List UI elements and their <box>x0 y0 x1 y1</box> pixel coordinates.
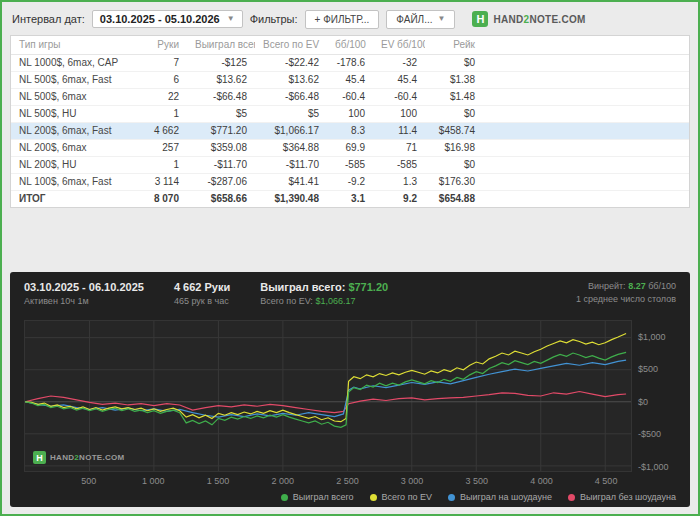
table-row[interactable]: NL 200$, 6max, Fast4 662$771.20$1,066.17… <box>11 123 689 140</box>
column-header[interactable]: Выиграл всего <box>187 36 255 55</box>
interval-label: Интервал дат: <box>12 13 85 25</box>
chart-winrate-block: Винрейт: 8.27 бб/100 1 среднее число сто… <box>576 281 676 306</box>
table-row[interactable]: NL 100$, 6max, Fast3 114-$287.06$41.41-9… <box>11 174 689 191</box>
chart-canvas[interactable]: H HAND2NOTE.COM <box>24 320 632 472</box>
cell-ev: $1,390.48 <box>255 191 327 208</box>
brand-text-post: NOTE.COM <box>529 14 585 25</box>
legend-label: Выиграл без шоудауна <box>580 492 676 502</box>
watermark-pre: HAND <box>50 453 74 462</box>
x-tick-label: 2 000 <box>271 476 294 486</box>
legend-label: Выиграл всего <box>293 492 354 502</box>
cell-game: ИТОГ <box>11 191 139 208</box>
results-table-card: Тип игрыРукиВыиграл всегоВсего по EVбб/1… <box>10 35 690 208</box>
cell-won: $359.08 <box>187 140 255 157</box>
cell-won: -$11.70 <box>187 157 255 174</box>
column-header[interactable]: бб/100 <box>327 36 373 55</box>
cell-filler <box>483 174 689 191</box>
x-tick-label: 4 500 <box>595 476 618 486</box>
cell-rake: $0 <box>425 55 483 72</box>
hand2note-logo-icon: H <box>472 11 488 27</box>
column-header[interactable]: EV бб/100 <box>373 36 425 55</box>
cell-bb: 8.3 <box>327 123 373 140</box>
watermark-text: HAND2NOTE.COM <box>50 453 125 462</box>
cell-rake: $16.98 <box>425 140 483 157</box>
cell-hands: 4 662 <box>139 123 187 140</box>
cell-game: NL 500$, 6max, Fast <box>11 72 139 89</box>
cell-bb: -60.4 <box>327 89 373 106</box>
legend-item[interactable]: Всего по EV <box>370 492 432 502</box>
chevron-down-icon: ▼ <box>437 15 445 23</box>
cell-filler <box>483 55 689 72</box>
brand-logo[interactable]: H HAND2NOTE.COM <box>472 11 585 27</box>
cell-ev: -$22.42 <box>255 55 327 72</box>
filters-label: Фильтры: <box>250 13 298 25</box>
cell-filler <box>483 191 689 208</box>
legend-dot-icon <box>281 494 288 501</box>
x-tick-label: 1 000 <box>142 476 165 486</box>
cell-bb: 45.4 <box>327 72 373 89</box>
column-header[interactable]: Руки <box>139 36 187 55</box>
add-filter-button[interactable]: + ФИЛЬТР... <box>305 10 380 29</box>
column-header[interactable]: Рейк <box>425 36 483 55</box>
legend-item[interactable]: Выиграл без шоудауна <box>568 492 676 502</box>
winrate-value: 8.27 <box>628 281 646 291</box>
x-tick-label: 1 500 <box>207 476 230 486</box>
x-axis-labels: 5001 0001 5002 0002 5003 0003 5004 0004 … <box>24 476 632 488</box>
cell-won: $5 <box>187 106 255 123</box>
table-row[interactable]: NL 500$, HU1$5$5100100$0 <box>11 106 689 123</box>
legend-dot-icon <box>448 494 455 501</box>
table-row[interactable]: NL 1000$, 6max, CAP7-$125-$22.42-178.6-3… <box>11 55 689 72</box>
column-header[interactable]: Тип игры <box>11 36 139 55</box>
y-tick-label: -$1,000 <box>638 462 669 472</box>
hand2note-logo-icon: H <box>33 451 46 464</box>
cell-ev: -$66.48 <box>255 89 327 106</box>
date-range-value: 03.10.2025 - 05.10.2026 <box>100 13 220 25</box>
cell-filler <box>483 106 689 123</box>
table-row[interactable]: NL 200$, HU1-$11.70-$11.70-585-585$0 <box>11 157 689 174</box>
cell-hands: 3 114 <box>139 174 187 191</box>
cell-won: -$125 <box>187 55 255 72</box>
chevron-down-icon: ▼ <box>227 15 235 23</box>
cell-filler <box>483 123 689 140</box>
cell-evbb: -60.4 <box>373 89 425 106</box>
chart-date-block: 03.10.2025 - 06.10.2025 Активен 10ч 1м <box>24 281 144 306</box>
cell-won: $771.20 <box>187 123 255 140</box>
results-table: Тип игрыРукиВыиграл всегоВсего по EVбб/1… <box>11 36 689 207</box>
ev-total-value: $1,066.17 <box>315 296 355 306</box>
chart-legend: Выиграл всегоВсего по EVВыиграл на шоуда… <box>281 492 676 502</box>
cell-game: NL 500$, HU <box>11 106 139 123</box>
y-tick-label: $1,000 <box>638 332 666 342</box>
file-button-label: ФАЙЛ... <box>396 14 432 25</box>
table-row[interactable]: NL 500$, 6max22-$66.48-$66.48-60.4-60.4$… <box>11 89 689 106</box>
chart-active-time: Активен 10ч 1м <box>24 296 144 306</box>
table-row[interactable]: NL 200$, 6max257$359.08$364.8869.971$16.… <box>11 140 689 157</box>
chart-hands-block: 4 662 Руки 465 рук в час <box>174 281 230 306</box>
cell-won: $658.66 <box>187 191 255 208</box>
brand-text: HAND2NOTE.COM <box>493 14 585 25</box>
chart-panel: 03.10.2025 - 06.10.2025 Активен 10ч 1м 4… <box>10 272 690 507</box>
cell-won: -$66.48 <box>187 89 255 106</box>
table-total-row[interactable]: ИТОГ8 070$658.66$1,390.483.19.2$654.88 <box>11 191 689 208</box>
table-row[interactable]: NL 500$, 6max, Fast6$13.62$13.6245.445.4… <box>11 72 689 89</box>
cell-bb: 3.1 <box>327 191 373 208</box>
cell-rake: $654.88 <box>425 191 483 208</box>
legend-item[interactable]: Выиграл всего <box>281 492 354 502</box>
winrate-line: Винрейт: 8.27 бб/100 <box>576 281 676 291</box>
y-tick-label: -$500 <box>638 429 661 439</box>
cell-rake: $1.38 <box>425 72 483 89</box>
cell-bb: 100 <box>327 106 373 123</box>
column-header[interactable]: Всего по EV <box>255 36 327 55</box>
legend-item[interactable]: Выиграл на шоудауне <box>448 492 552 502</box>
cell-hands: 6 <box>139 72 187 89</box>
column-header-filler <box>483 36 689 55</box>
cell-bb: -178.6 <box>327 55 373 72</box>
cell-ev: -$11.70 <box>255 157 327 174</box>
table-header-row: Тип игрыРукиВыиграл всегоВсего по EVбб/1… <box>11 36 689 55</box>
x-tick-label: 3 000 <box>401 476 424 486</box>
cell-rake: $1.48 <box>425 89 483 106</box>
cell-evbb: -32 <box>373 55 425 72</box>
cell-bb: 69.9 <box>327 140 373 157</box>
date-range-dropdown[interactable]: 03.10.2025 - 05.10.2026 ▼ <box>92 10 243 28</box>
file-button[interactable]: ФАЙЛ... ▼ <box>386 10 455 29</box>
cell-ev: $13.62 <box>255 72 327 89</box>
